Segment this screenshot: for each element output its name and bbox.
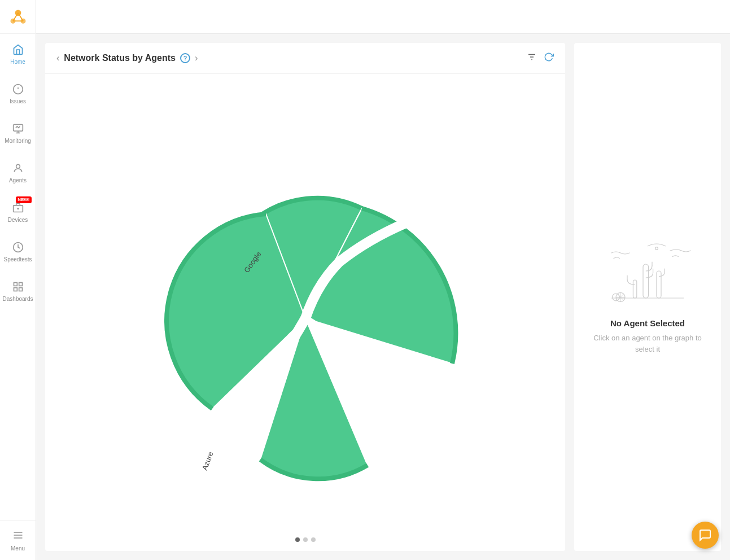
sidebar-home-label: Home [10,59,25,65]
label-azure: Azure [200,450,215,471]
sidebar-logo [0,0,36,34]
svg-point-0 [15,10,21,16]
new-badge: NEW! [16,196,31,203]
svg-rect-33 [657,271,661,298]
content-area: ‹ Network Status by Agents ? › [36,34,730,560]
svg-rect-30 [643,264,649,298]
sidebar-item-home[interactable]: Home [0,34,36,73]
sidebar-item-devices[interactable]: NEW! Devices [0,192,36,231]
widget-header: ‹ Network Status by Agents ? › [45,43,565,74]
help-icon[interactable]: ? [180,53,190,63]
no-agent-subtitle: Click on an agent on the graph to select… [585,333,710,355]
filter-icon[interactable] [527,52,537,64]
speedtests-icon [11,240,25,254]
sidebar-devices-label: Devices [8,217,28,223]
home-icon [11,43,25,56]
pagination-dot-1[interactable] [295,537,300,542]
svg-rect-17 [14,282,17,286]
svg-rect-20 [14,287,17,291]
svg-rect-18 [19,282,22,286]
sidebar-monitoring-label: Monitoring [5,138,31,144]
agents-icon [11,161,25,175]
menu-icon [12,530,24,543]
sidebar-menu-label: Menu [11,545,25,552]
issues-icon [11,82,25,96]
widget-actions [527,52,554,64]
sidebar-item-agents[interactable]: Agents [0,152,36,192]
no-agent-title: No Agent Selected [610,318,685,328]
chat-button[interactable] [692,522,719,549]
sidebar-item-monitoring[interactable]: Monitoring [0,113,36,152]
svg-point-12 [16,164,20,168]
widget-title: Network Status by Agents [64,53,176,63]
svg-point-41 [655,247,658,250]
sidebar-item-speedtests[interactable]: Speedtests [0,231,36,271]
sidebar-item-dashboards[interactable]: Dashboards [0,271,36,310]
pagination [45,528,565,551]
sunburst-chart[interactable]: Google Agent A Azure AWS [125,110,486,493]
widget-panel: ‹ Network Status by Agents ? › [45,43,565,551]
prev-button[interactable]: ‹ [56,53,59,63]
dashboards-icon [11,280,25,294]
chat-icon [698,528,712,542]
sidebar-item-issues[interactable]: Issues [0,73,36,113]
no-agent-illustration [602,239,693,307]
svg-rect-28 [633,280,636,298]
monitoring-icon [11,122,25,135]
sidebar-speedtests-label: Speedtests [3,256,32,262]
next-button[interactable]: › [195,53,198,63]
sidebar-dashboards-label: Dashboards [3,296,33,302]
sidebar-agents-label: Agents [9,177,27,183]
main-content: ‹ Network Status by Agents ? › [36,0,730,560]
sidebar-menu[interactable]: Menu [0,520,36,560]
top-bar [36,0,730,34]
right-panel: No Agent Selected Click on an agent on t… [574,43,721,551]
pagination-dot-2[interactable] [303,537,308,542]
pagination-dot-3[interactable] [311,537,316,542]
refresh-icon[interactable] [544,52,554,64]
logo-icon [8,7,28,27]
svg-rect-19 [19,287,22,291]
sidebar: Home Issues Monitoring [0,0,36,560]
chart-area[interactable]: Google Agent A Azure AWS [45,74,565,528]
sidebar-issues-label: Issues [10,98,26,104]
